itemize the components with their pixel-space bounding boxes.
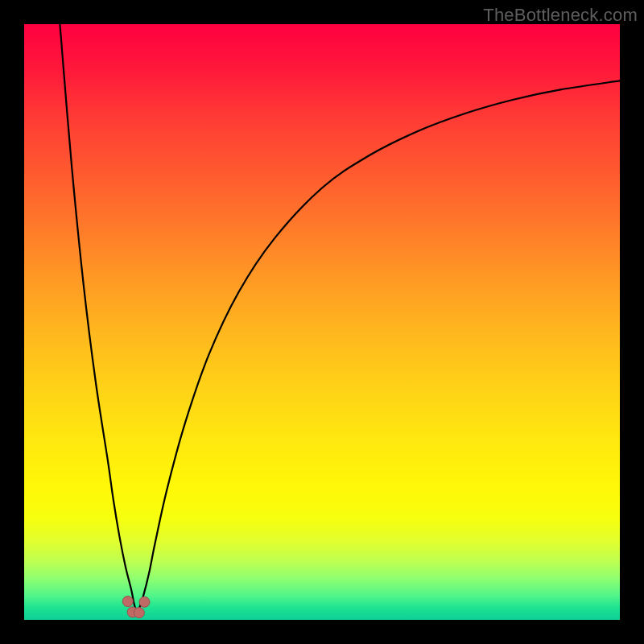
watermark-text: TheBottleneck.com (483, 5, 638, 26)
notch-marker-0 (122, 597, 133, 607)
notch-markers (122, 597, 150, 618)
plot-area (24, 24, 620, 620)
curve-left (60, 24, 137, 614)
chart-svg (24, 24, 620, 620)
chart-frame: TheBottleneck.com (0, 0, 644, 644)
notch-marker-3 (139, 597, 150, 607)
notch-marker-2 (134, 608, 144, 618)
curve-right (138, 80, 620, 613)
